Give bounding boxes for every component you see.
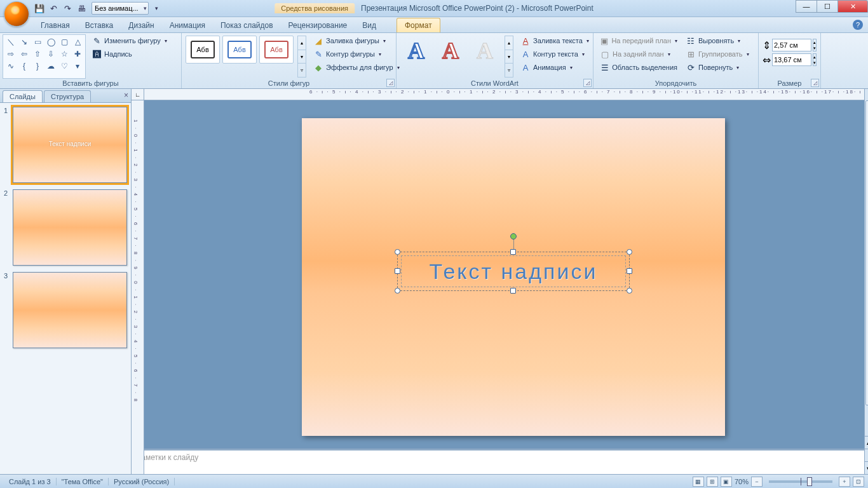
zoom-out-button[interactable]: − [751,477,763,487]
shapes-gallery[interactable]: ＼ ↘ ▭ ◯ ▢ △ ⇨ ⇦ ⇧ ⇩ ☆ ✚ ∿ { } ☁ ♡ ▾ [3,34,86,79]
redo-icon[interactable]: ↷ [61,2,74,15]
edit-shape-button[interactable]: ✎Изменить фигуру [89,34,170,47]
help-icon[interactable]: ? [853,20,863,30]
handle-w[interactable] [395,268,400,274]
animation-dropdown[interactable]: Без анимац... [92,2,149,15]
handle-s[interactable] [510,288,516,294]
slideshow-view-button[interactable]: ▣ [721,477,732,487]
text-outline-button[interactable]: AКонтур текста [518,48,592,60]
thumb-item-1[interactable]: 1 Текст надписи [4,107,127,183]
textbox-button[interactable]: 🅰Надпись [89,48,170,60]
shape-rect-icon[interactable]: ▭ [31,36,44,48]
shape-brace2-icon[interactable]: } [31,60,44,72]
shape-rounded-icon[interactable]: ▢ [58,36,71,48]
office-button[interactable] [4,1,29,27]
group-button[interactable]: ⊞Группировать [683,48,752,60]
undo-icon[interactable]: ↶ [47,2,60,15]
qat-customize-icon[interactable]: ▾ [150,2,163,15]
tab-slides-pane[interactable]: Слайды [3,90,43,102]
tab-view[interactable]: Вид [355,18,384,32]
fit-window-button[interactable]: ⊡ [853,477,864,487]
shape-curve-icon[interactable]: ∿ [4,60,17,72]
handle-se[interactable] [627,288,632,294]
shape-arrow3-icon[interactable]: ⇦ [18,48,31,60]
zoom-slider-thumb[interactable] [807,477,812,486]
thumb-1[interactable]: Текст надписи [13,107,127,183]
zoom-slider[interactable] [769,480,832,483]
pane-close-icon[interactable]: × [124,91,128,100]
tab-slideshow[interactable]: Показ слайдов [213,18,281,32]
align-button[interactable]: ☷Выровнять [683,34,752,47]
shape-arrow-icon[interactable]: ↘ [18,36,31,48]
shape-arrow4-icon[interactable]: ⇧ [31,48,44,60]
slide-counter[interactable]: Слайд 1 из 3 [4,478,57,485]
thumb-item-2[interactable]: 2 [4,189,127,266]
bring-front-button[interactable]: ▣На передний план [597,34,680,47]
width-spinner[interactable]: ▴▾ [813,53,817,66]
ruler-horizontal[interactable]: 6 · ı · 5 · ı · 4 · ı · 3 · ı · 2 · ı · … [144,89,868,100]
zoom-level[interactable]: 70% [735,478,749,485]
shape-more-icon[interactable]: ▾ [71,60,84,72]
handle-nw[interactable] [395,249,400,255]
tab-home[interactable]: Главная [33,18,78,32]
wordart-style-2[interactable]: А [435,36,466,66]
shape-effects-button[interactable]: ◆Эффекты для фигур [311,61,402,74]
tab-design[interactable]: Дизайн [121,18,161,32]
ruler-corner[interactable]: ∟ [132,89,144,100]
slide-area[interactable]: Текст надписи [144,100,868,449]
shape-style-3[interactable]: Абв [259,36,294,64]
shape-fill-button[interactable]: ◢Заливка фигуры [311,34,402,47]
height-input[interactable] [772,39,811,51]
notes-pane[interactable]: Заметки к слайду [132,449,864,474]
thumb-item-3[interactable]: 3 [4,272,127,348]
shape-ellipse-icon[interactable]: ◯ [44,36,57,48]
shape-cloud-icon[interactable]: ☁ [44,60,57,72]
tab-outline-pane[interactable]: Структура [44,90,91,102]
ruler-vertical[interactable]: 1 · 0 · 1 · 2 · 3 · 4 · 5 · 6 · 7 · 8 · … [132,100,144,474]
rotate-handle[interactable] [510,233,517,240]
send-back-button[interactable]: ▢На задний план [597,48,680,60]
prev-slide-button[interactable]: ▴▴ [865,436,868,449]
next-slide-button[interactable]: ▾▾ [865,461,868,474]
selected-textbox[interactable]: Текст надписи [397,252,630,291]
wordart-style-1[interactable]: А [400,36,432,66]
text-animation-button[interactable]: AАнимация [518,61,592,74]
shape-brace-icon[interactable]: { [18,60,31,72]
minimize-button[interactable]: — [796,0,817,13]
shape-outline-button[interactable]: ✎Контур фигуры [311,48,402,60]
shape-arrow5-icon[interactable]: ⇩ [44,48,57,60]
shape-style-1[interactable]: Абв [186,36,220,64]
shape-arrow2-icon[interactable]: ⇨ [4,48,17,60]
rotate-button[interactable]: ⟳Повернуть [683,61,752,74]
shape-heart-icon[interactable]: ♡ [58,60,71,72]
tab-animation[interactable]: Анимация [162,18,213,32]
wordart-style-3[interactable]: А [469,36,501,66]
shape-star-icon[interactable]: ☆ [58,48,71,60]
selection-pane-button[interactable]: ☰Область выделения [597,61,680,74]
normal-view-button[interactable]: ▦ [693,477,704,487]
shape-style-2[interactable]: Абв [222,36,257,64]
shape-style-gallery[interactable]: Абв Абв Абв ▴▾▿ [184,34,308,79]
language-indicator[interactable]: Русский (Россия) [109,478,175,485]
slide-canvas[interactable]: Текст надписи [302,118,725,436]
width-input[interactable] [772,53,811,66]
shape-style-spinner[interactable]: ▴▾▿ [297,36,306,78]
tab-review[interactable]: Рецензирование [281,18,355,32]
size-launcher[interactable]: ◿ [811,79,819,87]
wordart-gallery[interactable]: А А А ▴▾▿ [399,34,515,79]
height-spinner[interactable]: ▴▾ [813,39,817,51]
handle-n[interactable] [510,249,516,255]
sorter-view-button[interactable]: ⊞ [707,477,718,487]
tab-format[interactable]: Формат [397,18,440,32]
save-icon[interactable]: 💾 [33,2,46,15]
thumb-2[interactable] [13,189,127,266]
wordart-launcher[interactable]: ◿ [583,79,592,87]
wordart-spinner[interactable]: ▴▾▿ [505,36,513,78]
handle-sw[interactable] [395,288,400,294]
scrollbar-thumb[interactable] [865,100,868,405]
shape-plus-icon[interactable]: ✚ [71,48,84,60]
thumb-3[interactable] [13,272,127,348]
print-icon[interactable]: 🖶 [75,2,88,15]
text-fill-button[interactable]: AЗаливка текста [518,34,592,47]
close-button[interactable]: ✕ [837,0,868,13]
